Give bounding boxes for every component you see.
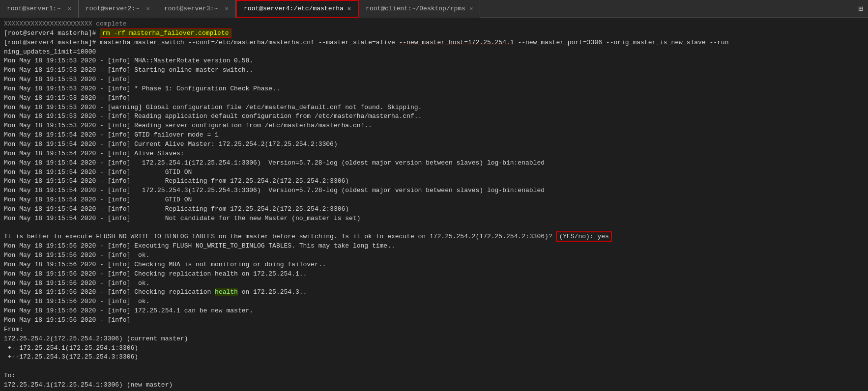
terminal-line-rm: [root@server4 masterha]# rm -rf masterha… xyxy=(4,29,864,38)
log-line-2: Mon May 18 19:15:53 2020 - [info] Starti… xyxy=(4,66,864,75)
from-master: 172.25.254.2(172.25.254.2:3306) (current… xyxy=(4,335,864,344)
terminal-line-switch: [root@server4 masterha]# masterha_master… xyxy=(4,38,864,48)
tab-server4-close[interactable]: ✕ xyxy=(347,5,351,12)
tab-server2-label: root@server2:~ xyxy=(86,5,139,12)
tab-client-close[interactable]: ✕ xyxy=(469,5,473,12)
from-label: From: xyxy=(4,325,864,335)
log-line-17: Mon May 18 19:15:54 2020 - [info] Replic… xyxy=(4,205,864,214)
terminal: XXXXXXXXXXXXXXXXXXXXXXX complete [root@s… xyxy=(0,18,868,391)
to-label: To: xyxy=(4,371,864,381)
log-line-20: Mon May 18 19:15:56 2020 - [info] ok. xyxy=(4,251,864,260)
tab-client[interactable]: root@client:~/Desktop/rpms ✕ xyxy=(359,0,480,18)
log-line-3: Mon May 18 19:15:53 2020 - [info] xyxy=(4,75,864,84)
from-slave1: +--172.25.254.1(172.25.254.1:3306) xyxy=(4,344,864,353)
log-line-18: Mon May 18 19:15:54 2020 - [info] Not ca… xyxy=(4,214,864,223)
log-line-13: Mon May 18 19:15:54 2020 - [info] GTID O… xyxy=(4,168,864,177)
to-master: 172.25.254.1(172.25.254.1:3306) (new mas… xyxy=(4,381,864,390)
log-line-5: Mon May 18 19:15:53 2020 - [info] xyxy=(4,94,864,103)
tab-server1-label: root@server1:~ xyxy=(7,5,60,12)
switch-cmd-line2: ning_updates_limit=10000 xyxy=(4,48,96,56)
tab-server3-label: root@server3:~ xyxy=(164,5,218,12)
log-line-16: Mon May 18 19:15:54 2020 - [info] GTID O… xyxy=(4,196,864,205)
prompt: [root@server4 masterha]# xyxy=(4,29,100,37)
terminal-line: XXXXXXXXXXXXXXXXXXXXXXX complete xyxy=(4,20,864,29)
log-line-10: Mon May 18 19:15:54 2020 - [info] Curren… xyxy=(4,140,864,149)
tab-server1-close[interactable]: ✕ xyxy=(68,5,71,12)
new-master-host-param: --new_master_host=172.25.254.1 xyxy=(399,39,514,46)
log-line-21: Mon May 18 19:15:56 2020 - [info] Checki… xyxy=(4,260,864,270)
log-line-14: Mon May 18 19:15:54 2020 - [info] Replic… xyxy=(4,177,864,186)
yes-no-answer: (YES/no): yes xyxy=(556,231,611,242)
log-line-7: Mon May 18 19:15:53 2020 - [info] Readin… xyxy=(4,112,864,121)
log-line-11: Mon May 18 19:15:54 2020 - [info] Alive … xyxy=(4,149,864,159)
tab-server2[interactable]: root@server2:~ ✕ xyxy=(79,0,157,18)
tab-server4[interactable]: root@server4:/etc/masterha ✕ xyxy=(236,0,359,18)
tab-server1[interactable]: root@server1:~ ✕ xyxy=(0,0,79,18)
log-line-12: Mon May 18 19:15:54 2020 - [info] 172.25… xyxy=(4,159,864,168)
switch-cmd-cont: --new_master_port=3306 --orig_master_is_… xyxy=(514,39,729,46)
blank-line-2 xyxy=(4,362,864,371)
log-line-19: Mon May 18 19:15:56 2020 - [info] Execut… xyxy=(4,242,864,251)
log-line-24: Mon May 18 19:15:56 2020 - [info] Checki… xyxy=(4,288,864,297)
question-line: It is better to execute FLUSH NO_WRITE_T… xyxy=(4,232,864,242)
log-line-8: Mon May 18 19:15:53 2020 - [info] Readin… xyxy=(4,121,864,131)
tab-server3-close[interactable]: ✕ xyxy=(225,5,229,12)
log-line-26: Mon May 18 19:15:56 2020 - [info] 172.25… xyxy=(4,307,864,316)
tab-server2-close[interactable]: ✕ xyxy=(146,5,150,12)
prompt2: [root@server4 masterha]# xyxy=(4,39,100,46)
from-slave2: +--172.25.254.3(172.25.254.3:3306) xyxy=(4,353,864,362)
log-line-9: Mon May 18 19:15:54 2020 - [info] GTID f… xyxy=(4,131,864,140)
log-line-4: Mon May 18 19:15:53 2020 - [info] * Phas… xyxy=(4,84,864,94)
log-line-15: Mon May 18 19:15:54 2020 - [info] 172.25… xyxy=(4,186,864,196)
blank-line-1 xyxy=(4,223,864,233)
tab-server3[interactable]: root@server3:~ ✕ xyxy=(157,0,236,18)
switch-cmd: masterha_master_switch --conf=/etc/maste… xyxy=(100,39,399,46)
health-word: health xyxy=(215,288,238,296)
log-line-6: Mon May 18 19:15:53 2020 - [warning] Glo… xyxy=(4,103,864,112)
tab-client-label: root@client:~/Desktop/rpms xyxy=(366,5,465,12)
tab-actions[interactable]: ⊞ xyxy=(858,4,868,14)
log-line-23: Mon May 18 19:15:56 2020 - [info] ok. xyxy=(4,279,864,288)
log-line-22: Mon May 18 19:15:56 2020 - [info] Checki… xyxy=(4,270,864,279)
log-line-27: Mon May 18 19:15:56 2020 - [info] xyxy=(4,316,864,325)
tab-bar: root@server1:~ ✕ root@server2:~ ✕ root@s… xyxy=(0,0,868,18)
log-line-25: Mon May 18 19:15:56 2020 - [info] ok. xyxy=(4,297,864,307)
terminal-line-switch2: ning_updates_limit=10000 xyxy=(4,48,864,57)
rm-command: rm -rf masterha_failover.complete xyxy=(100,28,231,38)
log-line-1: Mon May 18 19:15:53 2020 - [info] MHA::M… xyxy=(4,56,864,66)
tab-server4-label: root@server4:/etc/masterha xyxy=(244,5,344,12)
